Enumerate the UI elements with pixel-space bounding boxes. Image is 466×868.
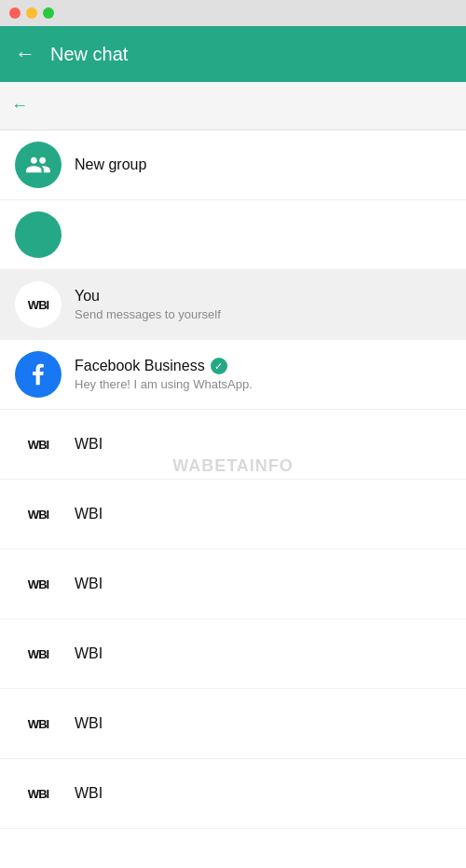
header-back-button[interactable]: ← (15, 42, 35, 66)
traffic-light-red[interactable] (9, 7, 21, 19)
list-item-wbi-2[interactable]: WBI WBI (0, 480, 466, 549)
wbi-5-text: WBI (75, 715, 451, 732)
search-input[interactable] (39, 98, 455, 115)
header: ← New chat (0, 26, 466, 82)
wbi-2-name: WBI (75, 506, 451, 522)
wbi-4-avatar: WBI (15, 631, 62, 677)
list-item-wbi-4[interactable]: WBI WBI (0, 619, 466, 689)
wbi-5-avatar: WBI (15, 700, 62, 747)
search-bar: ← (0, 82, 466, 130)
list-item-you[interactable]: WBI You Send messages to yourself (0, 270, 466, 340)
facebook-name: Facebook Business ✓ (75, 358, 451, 374)
page-title: New chat (50, 44, 128, 65)
search-back-button[interactable]: ← (11, 96, 28, 115)
list-item-wbi-3[interactable]: WBI WBI (0, 549, 466, 619)
list-item-new-group[interactable]: New group (0, 130, 466, 200)
wbi-3-text: WBI (75, 576, 451, 592)
you-name: You (75, 288, 451, 305)
list-item-wbi-1[interactable]: WBI WBI (0, 410, 466, 480)
list-item-unknown[interactable] (0, 200, 466, 270)
facebook-subtitle: Hey there! I am using WhatsApp. (75, 377, 451, 391)
wbi-5-name: WBI (75, 715, 451, 732)
new-group-text: New group (75, 156, 451, 173)
list-item-facebook-business[interactable]: Facebook Business ✓ Hey there! I am usin… (0, 340, 466, 410)
wbi-2-avatar: WBI (15, 491, 62, 537)
list-item-wbi-5[interactable]: WBI WBI (0, 689, 466, 759)
wbi-1-avatar: WBI (15, 421, 62, 468)
wbi-6-name: WBI (75, 785, 451, 802)
verified-badge: ✓ (211, 358, 227, 374)
you-subtitle: Send messages to yourself (75, 307, 451, 321)
new-group-avatar (15, 142, 62, 188)
wbi-3-avatar: WBI (15, 561, 62, 607)
contact-list: New group WBI You Send messages to yours… (0, 130, 466, 868)
you-text: You Send messages to yourself (75, 288, 451, 321)
list-item-wbi-6[interactable]: WBI WBI (0, 759, 466, 829)
you-avatar: WBI (15, 281, 62, 328)
wbi-3-name: WBI (75, 576, 451, 592)
new-group-name: New group (75, 156, 451, 173)
wbi-2-text: WBI (75, 506, 451, 522)
traffic-light-green[interactable] (43, 7, 54, 19)
facebook-avatar (15, 351, 62, 398)
wbi-4-name: WBI (75, 645, 451, 662)
wbi-1-name: WBI (75, 436, 451, 453)
facebook-text: Facebook Business ✓ Hey there! I am usin… (75, 358, 451, 391)
unknown-avatar (15, 211, 62, 258)
wbi-4-text: WBI (75, 645, 451, 662)
wbi-6-text: WBI (75, 785, 451, 802)
wbi-1-text: WBI (75, 436, 451, 453)
title-bar (0, 0, 466, 26)
traffic-light-yellow[interactable] (26, 7, 37, 19)
wbi-6-avatar: WBI (15, 770, 62, 817)
